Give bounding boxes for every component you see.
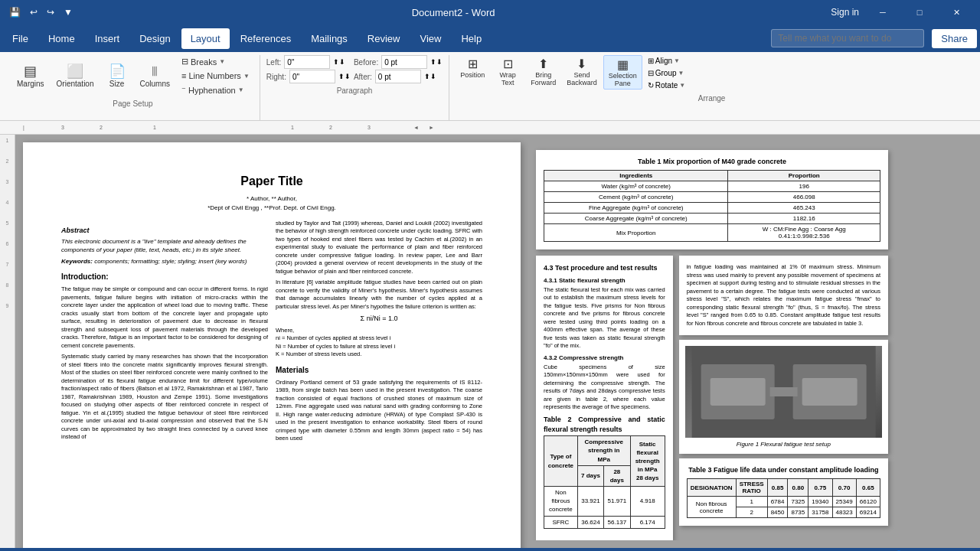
selection-pane-button[interactable]: ▦ Selection Pane (603, 55, 642, 90)
send-backward-icon: ⬇ (577, 57, 586, 71)
menu-review[interactable]: Review (358, 28, 410, 49)
page-setup-controls: ▤ Margins ⬜ Orientation 📄 Size ⫴ Columns… (12, 55, 253, 96)
intro-text: The fatigue may be simple or compound an… (61, 285, 268, 350)
section431-heading: 4.3.1 Static flexural strength (544, 276, 665, 285)
margins-button[interactable]: ▤ Margins (12, 61, 49, 91)
redo-icon[interactable]: ↪ (44, 5, 57, 19)
send-backward-button[interactable]: ⬇ Send Backward (562, 55, 602, 88)
breaks-icon: ⊟ (181, 57, 188, 67)
indent-left-input[interactable] (284, 55, 330, 69)
ribbon: ▤ Margins ⬜ Orientation 📄 Size ⫴ Columns… (0, 52, 980, 121)
rotate-button[interactable]: ↻ Rotate ▼ (644, 80, 689, 91)
svg-rect-4 (802, 378, 857, 406)
spacing-after-spinner[interactable]: ⬆⬇ (424, 73, 436, 80)
menu-references[interactable]: References (231, 28, 300, 49)
breaks-dropdown-arrow: ▼ (219, 58, 225, 65)
table-row: Non fibrous concrete 1 6784 7325 19340 2… (687, 497, 880, 507)
table-row: Water (kg/m³ of concrete) 196 (544, 181, 880, 192)
section432-text: Cube specimens of size 150mm×150mm×150mm… (544, 364, 665, 412)
spacing-before-input[interactable] (381, 55, 427, 69)
group-button[interactable]: ⊟ Group ▼ (644, 67, 689, 79)
document-title: Document2 - Word (76, 7, 831, 18)
spacing-after-input[interactable] (375, 70, 421, 83)
indent-left-spinner[interactable]: ⬆⬇ (333, 58, 345, 66)
menu-layout[interactable]: Layout (181, 28, 230, 49)
spacing-after-row: After: ⬆⬇ (354, 70, 443, 83)
table-row: Mix Proportion W : CM:Fine Agg : Coarse … (544, 224, 880, 242)
indent-right-spinner[interactable]: ⬆⬇ (338, 73, 351, 80)
hyphenation-dropdown-arrow: ▼ (238, 86, 244, 93)
rotate-dropdown-arrow: ▼ (679, 82, 685, 89)
paper-body: Abstract This electronic document is a "… (61, 220, 482, 446)
menu-design[interactable]: Design (130, 28, 179, 49)
wrap-text-icon: ⊡ (503, 57, 513, 71)
hyphenation-button[interactable]: ⁻ Hyphenation ▼ (178, 83, 253, 96)
paragraph-controls: Left: ⬆⬇ Right: ⬆⬇ Before: ⬆⬇ After: (266, 55, 443, 83)
undo-icon[interactable]: ↩ (27, 5, 41, 19)
size-button[interactable]: 📄 Size (102, 61, 132, 91)
arrange-label: Arrange (456, 93, 968, 104)
save-icon[interactable]: 💾 (6, 5, 24, 19)
document-area: 1 2 3 4 5 6 7 8 9 Paper Title * Author, … (0, 135, 980, 548)
table-row: Fine Aggregate (kg/m³ of concrete) 465.2… (544, 203, 880, 214)
middle-row: 4.3 Test procedure and test results 4.3.… (536, 256, 888, 540)
columns-button[interactable]: ⫴ Columns (136, 61, 175, 91)
materials-heading: Materials (276, 365, 482, 376)
position-button[interactable]: ⊞ Position (456, 55, 489, 80)
search-input[interactable] (771, 29, 924, 47)
table3-section: Table 3 Fatigue life data under constant… (679, 458, 888, 526)
breaks-button[interactable]: ⊟ Breaks ▼ (178, 55, 253, 68)
indent-right-row: Right: ⬆⬇ (266, 70, 351, 83)
page-setup-label: Page Setup (12, 98, 253, 109)
abstract-text: This electronic document is a "live" tem… (61, 238, 268, 254)
figure1-image (685, 346, 882, 438)
selection-pane-icon: ▦ (617, 57, 629, 72)
spacing-before-spinner[interactable]: ⬆⬇ (430, 58, 443, 66)
intro-heading: Introduction: (61, 272, 268, 282)
literature-text: In literature [6] variable amplitude fat… (276, 279, 482, 311)
maximize-button[interactable]: □ (902, 0, 937, 24)
indent-right-label: Right: (266, 73, 286, 81)
text-section-right: 4.3 Test procedure and test results 4.3.… (536, 256, 673, 540)
document-page: Paper Title * Author, ** Author, *Dept o… (23, 142, 521, 548)
orientation-button[interactable]: ⬜ Orientation (52, 61, 99, 91)
minimize-button[interactable]: ─ (865, 0, 900, 24)
line-numbers-button[interactable]: ≡ Line Numbers ▼ (178, 70, 253, 82)
columns-icon: ⫴ (152, 64, 158, 78)
table3-title: Table 3 Fatigue life data under constant… (687, 466, 880, 474)
spacing-before-row: Before: ⬆⬇ (354, 55, 443, 69)
pages-container: Paper Title * Author, ** Author, *Dept o… (15, 135, 980, 548)
menu-insert[interactable]: Insert (86, 28, 129, 49)
paper-authors: * Author, ** Author, *Dept of Civil Engg… (61, 194, 482, 211)
menu-home[interactable]: Home (39, 28, 84, 49)
table-row: Coarse Aggregate (kg/m³ of concrete) 118… (544, 214, 880, 224)
svg-rect-6 (769, 387, 797, 396)
title-bar-left: 💾 ↩ ↪ ▼ (6, 5, 76, 19)
menu-view[interactable]: View (410, 28, 450, 49)
figure1-svg (685, 346, 882, 438)
customize-qat-icon[interactable]: ▼ (60, 5, 76, 19)
intro-text2: Systematic study carried by many researc… (61, 353, 268, 442)
table1-section: Table 1 Mix proportion of M40 grade conc… (536, 150, 888, 249)
section431-text: The static flexural test for each mix wa… (544, 286, 665, 350)
ribbon-group-arrange: ⊞ Position ⊡ Wrap Text ⬆ Bring Forward ⬇… (449, 55, 974, 120)
wrap-text-button[interactable]: ⊡ Wrap Text (491, 55, 524, 88)
table1-title: Table 1 Mix proportion of M40 grade conc… (544, 158, 880, 165)
indent-left-row: Left: ⬆⬇ (266, 55, 351, 69)
left-column: Abstract This electronic document is a "… (61, 220, 268, 446)
studied-text: studied by Taylor and Tait (1999) wherea… (276, 220, 482, 276)
table1-col-proportion: Proportion (728, 171, 880, 181)
share-button[interactable]: Share (932, 29, 977, 48)
close-button[interactable]: ✕ (939, 0, 974, 24)
menu-help[interactable]: Help (452, 28, 491, 49)
signin-button[interactable]: Sign in (831, 7, 859, 18)
align-button[interactable]: ⊞ Align ▼ (644, 55, 689, 67)
menu-file[interactable]: File (3, 28, 38, 49)
right-panel: Table 1 Mix proportion of M40 grade conc… (528, 142, 896, 540)
bring-forward-button[interactable]: ⬆ Bring Forward (526, 55, 560, 88)
table2: Type of concrete Compressive strength in… (544, 435, 665, 529)
menu-mailings[interactable]: Mailings (302, 28, 357, 49)
figure1-caption: Figure 1 Flexural fatigue test setup (685, 441, 882, 448)
where-text: Where, ni = Number of cycles applied at … (276, 327, 482, 359)
indent-right-input[interactable] (289, 70, 335, 83)
